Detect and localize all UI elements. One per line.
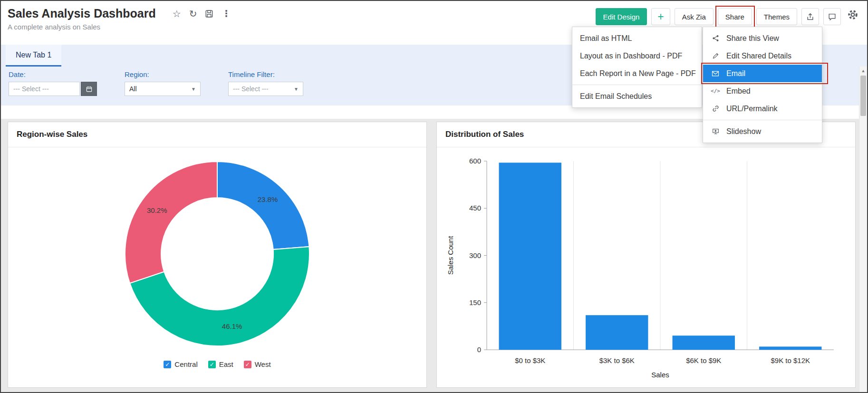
date-filter-label: Date: — [9, 70, 97, 78]
donut-legend: Central East West — [164, 360, 270, 368]
add-report-button[interactable]: + — [651, 8, 670, 25]
calendar-icon — [86, 86, 93, 93]
share-button[interactable]: Share — [718, 8, 752, 25]
menu-item-label: Email — [726, 69, 745, 78]
page-subtitle: A complete analysis on Sales — [8, 23, 231, 31]
date-filter-group: Date: --- Select --- — [9, 70, 97, 105]
svg-text:$6K to $9K: $6K to $9K — [686, 356, 721, 364]
legend-label: East — [219, 360, 233, 368]
svg-text:450: 450 — [469, 204, 481, 212]
timeline-filter-label: Timeline Filter: — [228, 70, 303, 78]
legend-item-central[interactable]: Central — [164, 360, 197, 368]
more-options-icon[interactable]: ⋮ — [222, 9, 231, 18]
favorite-star-icon[interactable]: ☆ — [173, 9, 181, 19]
region-wise-sales-card: Region-wise Sales 23.8%46.1%30.2% Centra… — [8, 122, 427, 388]
date-filter-value: --- Select --- — [13, 85, 49, 93]
vertical-scrollbar[interactable]: ▲ — [859, 67, 867, 392]
svg-text:46.1%: 46.1% — [222, 322, 242, 330]
envelope-icon — [711, 70, 720, 77]
slideshow-icon — [711, 128, 720, 135]
share-nodes-icon — [711, 35, 720, 42]
legend-item-west[interactable]: West — [244, 360, 271, 368]
timeline-filter-group: Timeline Filter: --- Select --- ▼ — [228, 70, 303, 105]
share-menu: Share this View Edit Shared Details Emai… — [703, 27, 822, 143]
menu-item-label: Edit Shared Details — [726, 52, 791, 60]
scrollbar-thumb[interactable] — [860, 76, 866, 116]
legend-label: Central — [174, 360, 197, 368]
svg-text:23.8%: 23.8% — [258, 195, 278, 203]
legend-checkbox[interactable] — [164, 361, 171, 368]
menu-item-each-report-new-page-pdf[interactable]: Each Report in a New Page - PDF — [572, 65, 702, 82]
app-window: Sales Analysis Dashboard ☆ ↻ ⋮ A complet… — [0, 0, 868, 393]
export-button[interactable] — [801, 8, 819, 25]
title-block: Sales Analysis Dashboard ☆ ↻ ⋮ A complet… — [8, 7, 231, 45]
svg-text:0: 0 — [477, 345, 481, 354]
ask-zia-button[interactable]: Ask Zia — [675, 8, 714, 25]
menu-divider — [703, 120, 822, 120]
legend-label: West — [255, 360, 271, 368]
save-icon[interactable] — [205, 10, 213, 18]
comments-button[interactable] — [823, 8, 841, 25]
menu-item-edit-shared-details[interactable]: Edit Shared Details — [703, 47, 822, 65]
menu-item-label: Embed — [726, 87, 751, 96]
scroll-up-arrow[interactable]: ▲ — [859, 67, 867, 75]
themes-button[interactable]: Themes — [756, 8, 797, 25]
export-icon — [806, 13, 814, 21]
svg-text:$9K to $12K: $9K to $12K — [771, 356, 810, 364]
svg-text:Sales Count: Sales Count — [446, 236, 454, 275]
legend-checkbox[interactable] — [244, 361, 251, 368]
bar-chart: 0150300450600$0 to $3K$3K to $6K$6K to $… — [442, 149, 850, 387]
menu-item-label: Share this View — [726, 34, 779, 43]
timeline-filter-value: --- Select --- — [233, 85, 269, 93]
email-options-menu: Email as HTML Layout as in Dashboard - P… — [572, 27, 702, 108]
card-title: Region-wise Sales — [8, 122, 426, 147]
svg-text:30.2%: 30.2% — [147, 206, 167, 214]
link-icon — [711, 105, 720, 112]
code-icon: </> — [711, 88, 720, 94]
gear-icon — [847, 9, 858, 20]
svg-text:150: 150 — [469, 298, 481, 307]
settings-button[interactable] — [845, 8, 859, 22]
comment-icon — [828, 13, 836, 21]
menu-item-slideshow[interactable]: Slideshow — [703, 123, 822, 140]
donut-chart: 23.8%46.1%30.2% — [108, 150, 327, 359]
svg-text:$0 to $3K: $0 to $3K — [515, 356, 545, 364]
menu-item-email[interactable]: Email — [703, 65, 822, 82]
svg-text:600: 600 — [469, 157, 481, 165]
menu-item-embed[interactable]: </> Embed — [703, 82, 822, 100]
menu-item-email-as-html[interactable]: Email as HTML — [572, 29, 702, 47]
distribution-of-sales-card: Distribution of Sales 0150300450600$0 to… — [436, 122, 856, 388]
menu-item-layout-as-in-dashboard-pdf[interactable]: Layout as in Dashboard - PDF — [572, 47, 702, 65]
page-title: Sales Analysis Dashboard — [8, 7, 156, 20]
chevron-down-icon: ▼ — [294, 86, 299, 92]
date-filter-input[interactable]: --- Select --- — [9, 82, 80, 96]
svg-text:300: 300 — [469, 251, 481, 259]
dashboard-content: Region-wise Sales 23.8%46.1%30.2% Centra… — [1, 119, 867, 392]
timeline-filter-select[interactable]: --- Select --- ▼ — [228, 82, 303, 96]
tab-new-tab-1[interactable]: New Tab 1 — [6, 45, 61, 67]
annotation-red-box — [701, 63, 828, 84]
menu-item-share-this-view[interactable]: Share this View — [703, 29, 822, 47]
region-filter-select[interactable]: All ▼ — [125, 82, 201, 96]
pencil-icon — [711, 52, 720, 59]
menu-item-url-permalink[interactable]: URL/Permalink — [703, 100, 822, 117]
share-button-annotation: Share — [718, 8, 752, 25]
menu-item-label: URL/Permalink — [726, 105, 778, 113]
menu-item-edit-email-schedules[interactable]: Edit Email Schedules — [572, 87, 702, 105]
refresh-icon[interactable]: ↻ — [189, 9, 197, 19]
svg-text:$3K to $6K: $3K to $6K — [599, 356, 635, 364]
edit-design-button[interactable]: Edit Design — [596, 8, 647, 25]
legend-item-east[interactable]: East — [208, 360, 233, 368]
menu-divider — [572, 85, 702, 85]
svg-text:Sales: Sales — [651, 371, 669, 379]
region-filter-label: Region: — [125, 70, 201, 78]
region-filter-value: All — [129, 85, 137, 93]
chevron-down-icon: ▼ — [191, 86, 196, 92]
calendar-button[interactable] — [81, 82, 97, 96]
menu-item-label: Slideshow — [726, 127, 761, 136]
legend-checkbox[interactable] — [208, 361, 216, 368]
region-filter-group: Region: All ▼ — [125, 70, 201, 105]
